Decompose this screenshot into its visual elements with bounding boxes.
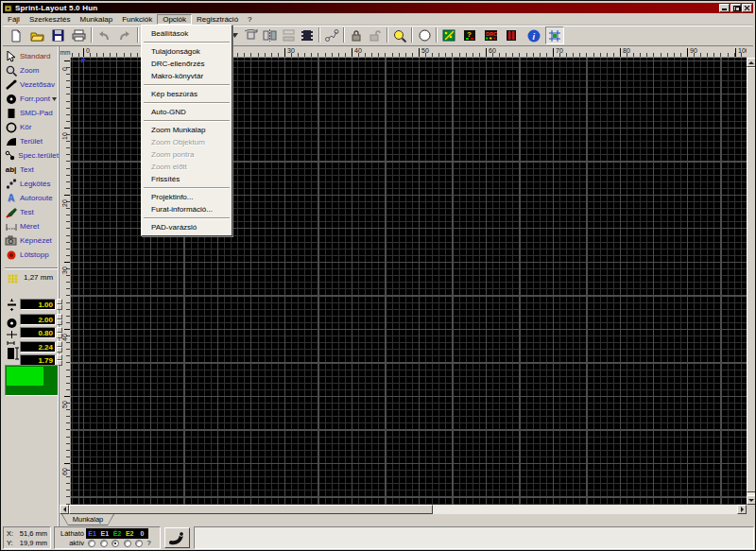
menu-item-insert-image[interactable]: Kép beszúrás <box>143 88 231 100</box>
active-color-swatch[interactable] <box>7 367 43 386</box>
grid-value: 1,27 mm <box>24 273 53 282</box>
layer-chip[interactable]: É1 <box>86 528 98 539</box>
menu-item-drill-info[interactable]: Furat-információ... <box>143 203 231 215</box>
menu-item-auto-gnd[interactable]: Auto-GND <box>143 106 231 118</box>
drc-question-icon[interactable]: ? <box>460 26 479 44</box>
gerber-icon[interactable] <box>502 26 521 44</box>
minimize-icon[interactable] <box>719 4 730 12</box>
panel-divider <box>5 267 58 269</box>
mirror-vertical-icon[interactable] <box>279 26 298 44</box>
active-layer-radio[interactable] <box>112 540 119 547</box>
scroll-up-icon[interactable] <box>747 58 756 67</box>
menu-registration[interactable]: Regisztráció <box>192 14 243 25</box>
drc-icon[interactable]: DRC <box>481 26 500 44</box>
contrast-icon[interactable] <box>415 26 434 44</box>
window-title: Sprint-Layout 5.0 Hun <box>15 4 97 12</box>
connections-icon[interactable] <box>322 26 341 44</box>
pad-diameter-field[interactable]: 2.00 <box>20 314 56 325</box>
track-icon <box>4 79 18 91</box>
new-icon[interactable] <box>7 26 26 44</box>
layer-chip[interactable]: E1 <box>98 528 111 539</box>
test-board-icon[interactable] <box>439 26 458 44</box>
scrollbar-corner <box>747 505 756 514</box>
tool-area[interactable]: Terület <box>4 134 59 148</box>
info-icon[interactable]: i <box>524 26 543 44</box>
layer-chip[interactable]: É2 <box>111 528 123 539</box>
smd-pad-icon <box>4 108 18 119</box>
test-pen-icon <box>4 207 18 218</box>
redo-icon[interactable] <box>115 26 134 44</box>
scroll-left-icon[interactable] <box>60 505 69 514</box>
horizontal-scroll-thumb[interactable] <box>69 505 433 514</box>
menu-item-project-info[interactable]: Projektinfo... <box>143 191 231 203</box>
tool-special-area[interactable]: Spec.terület <box>4 148 59 163</box>
photoview-icon[interactable] <box>545 26 564 44</box>
pad-drill-field[interactable]: 0.80 <box>20 327 56 338</box>
active-layer-radio[interactable] <box>88 540 95 547</box>
menu-item-zoom-board[interactable]: Zoom Munkalap <box>143 124 231 136</box>
scroll-down-icon[interactable] <box>747 495 756 505</box>
tool-text[interactable]: ab|Text <box>4 163 59 177</box>
active-layer-radio[interactable] <box>124 540 131 547</box>
menu-file[interactable]: Fájl <box>3 14 25 25</box>
autoroute-icon: A <box>4 193 18 203</box>
unlock-icon[interactable] <box>366 26 385 44</box>
tool-pad[interactable]: Forr.pont <box>4 92 59 106</box>
rotate-icon[interactable] <box>241 26 260 44</box>
menu-functions[interactable]: Funkciók <box>117 14 157 25</box>
x-value: 51,6 mm <box>20 529 47 538</box>
zoom-icon[interactable] <box>390 26 409 44</box>
vertical-scrollbar[interactable] <box>747 58 756 505</box>
tool-standard[interactable]: Standard <box>4 49 59 63</box>
mirror-horizontal-icon[interactable] <box>260 26 279 44</box>
grid-icon[interactable] <box>7 271 19 288</box>
tool-photoview[interactable]: Képnézet <box>4 233 59 248</box>
tool-test[interactable]: Test <box>4 205 59 219</box>
chevron-down-icon[interactable] <box>52 97 57 101</box>
layer-help[interactable]: ? <box>147 539 151 547</box>
smd-width-field[interactable]: 2.24 <box>20 341 56 353</box>
solder-iron-icon <box>169 530 186 545</box>
menu-item-refresh[interactable]: Frissítés <box>143 173 231 185</box>
menu-item-properties[interactable]: Tulajdonságok <box>143 45 231 58</box>
layer-chip[interactable]: E2 <box>124 528 136 539</box>
menu-board[interactable]: Munkalap <box>75 14 117 25</box>
scroll-right-icon[interactable] <box>737 505 747 514</box>
tool-track[interactable]: Vezetősáv <box>4 77 59 92</box>
toolbar-separator <box>318 27 320 43</box>
print-icon[interactable] <box>69 26 88 44</box>
toolbar-separator <box>91 27 93 43</box>
active-layer-radio[interactable] <box>135 540 143 547</box>
menu-item-settings[interactable]: Beállítások <box>143 27 231 40</box>
tool-circle[interactable]: Kör <box>4 120 59 134</box>
save-icon[interactable] <box>48 26 67 44</box>
vertical-scroll-thumb[interactable] <box>747 67 756 492</box>
menu-item-macro-library[interactable]: Makro-könyvtár <box>143 70 231 82</box>
toolbar-separator <box>343 27 345 43</box>
track-width-field[interactable]: 1.00 <box>20 299 56 310</box>
menu-item-drc-check[interactable]: DRC-ellenőrzés <box>143 58 231 70</box>
tool-zoom[interactable]: Zoom <box>4 63 59 77</box>
menu-help[interactable]: ? <box>243 14 256 25</box>
horizontal-scrollbar[interactable] <box>60 505 747 514</box>
footprint-icon[interactable] <box>298 26 317 44</box>
solder-side-view-button[interactable] <box>164 527 190 548</box>
layer-color-swatch[interactable] <box>5 365 59 396</box>
menu-options[interactable]: Opciók <box>157 14 192 25</box>
tool-soldermask[interactable]: Lötstopp <box>4 248 59 262</box>
open-icon[interactable] <box>27 26 46 44</box>
tool-autoroute[interactable]: AAutoroute <box>4 191 59 205</box>
menu-separator <box>144 102 230 104</box>
layer-chip[interactable]: 0 <box>136 528 148 539</box>
tool-dimension[interactable]: Méret <box>4 219 59 233</box>
menu-edit[interactable]: Szerkesztés <box>25 14 76 25</box>
menu-item-pad-wizard[interactable]: PAD-varázsló <box>143 221 231 233</box>
restore-icon[interactable] <box>730 4 741 12</box>
lock-icon[interactable] <box>347 26 366 44</box>
close-icon[interactable] <box>742 4 752 12</box>
undo-icon[interactable] <box>94 26 113 44</box>
active-layer-radio[interactable] <box>100 540 108 547</box>
tool-smd-pad[interactable]: SMD-Pad <box>4 106 59 120</box>
sheet-tab[interactable]: Munkalap <box>61 514 114 525</box>
tool-airwire[interactable]: Légkötés <box>4 177 59 191</box>
